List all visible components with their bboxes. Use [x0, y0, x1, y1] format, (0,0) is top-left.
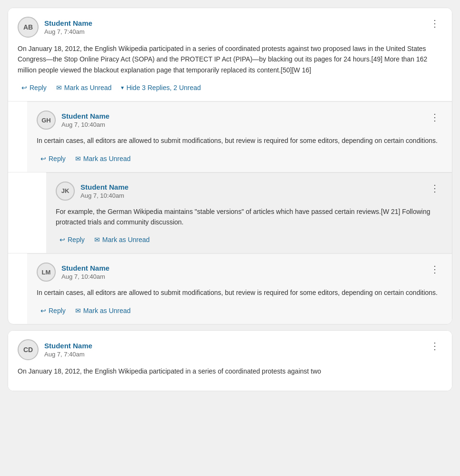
reply-icon: ↩: [40, 155, 46, 162]
reply-button[interactable]: ↩ Reply: [37, 305, 70, 316]
avatar: CD: [18, 339, 39, 360]
avatar: LM: [37, 263, 56, 282]
post-time: Aug 7, 7:40am: [44, 351, 92, 358]
avatar: JK: [56, 182, 75, 201]
post-actions: ↩ Reply ✉ Mark as Unread: [56, 234, 442, 245]
envelope-icon: ✉: [56, 84, 62, 91]
post-body: On January 18, 2012, the English Wikiped…: [18, 43, 442, 75]
mark-unread-button[interactable]: ✉ Mark as Unread: [71, 305, 135, 316]
post-header: GH Student Name Aug 7, 10:40am ⋮: [37, 111, 442, 130]
envelope-icon: ✉: [75, 307, 81, 314]
post-body: In certain cases, all editors are allowe…: [37, 287, 442, 298]
more-menu-button[interactable]: ⋮: [427, 17, 442, 30]
reply-button[interactable]: ↩ Reply: [37, 153, 70, 164]
reply-button[interactable]: ↩ Reply: [18, 82, 50, 93]
post-lm: LM Student Name Aug 7, 10:40am ⋮ In cert…: [27, 253, 452, 324]
post-body: For example, the German Wikipedia mainta…: [56, 206, 442, 228]
hide-replies-button[interactable]: ▾ Hide 3 Replies, 2 Unread: [117, 82, 204, 93]
thread-card-2: CD Student Name Aug 7, 7:40am ⋮ On Janua…: [8, 330, 452, 391]
post-body: On January 18, 2012, the English Wikiped…: [18, 366, 442, 376]
mark-unread-button[interactable]: ✉ Mark as Unread: [71, 153, 135, 164]
post-cd: CD Student Name Aug 7, 7:40am ⋮ On Janua…: [8, 331, 452, 391]
post-header: AB Student Name Aug 7, 7:40am ⋮: [18, 17, 442, 38]
mark-unread-button[interactable]: ✉ Mark as Unread: [52, 82, 116, 93]
post-time: Aug 7, 10:40am: [61, 121, 110, 128]
reply-button[interactable]: ↩ Reply: [56, 234, 89, 245]
chevron-down-icon: ▾: [121, 84, 124, 91]
avatar: AB: [18, 17, 39, 38]
mark-unread-button[interactable]: ✉ Mark as Unread: [90, 234, 154, 245]
more-menu-button[interactable]: ⋮: [427, 263, 442, 276]
post-actions: ↩ Reply ✉ Mark as Unread ▾ Hide 3 Replie…: [18, 82, 442, 93]
post-actions: ↩ Reply ✉ Mark as Unread: [37, 305, 442, 316]
post-header: CD Student Name Aug 7, 7:40am ⋮: [18, 339, 442, 360]
post-time: Aug 7, 10:40am: [80, 192, 129, 199]
post-actions: ↩ Reply ✉ Mark as Unread: [37, 153, 442, 164]
more-menu-button[interactable]: ⋮: [427, 339, 442, 353]
thread-card-1: AB Student Name Aug 7, 7:40am ⋮ On Janua…: [8, 8, 452, 324]
more-menu-button[interactable]: ⋮: [427, 111, 442, 124]
poster-name: Student Name: [61, 264, 110, 272]
reply-icon: ↩: [60, 236, 65, 243]
reply-icon: ↩: [21, 84, 27, 91]
envelope-icon: ✉: [75, 155, 81, 162]
envelope-icon: ✉: [94, 236, 100, 243]
post-header: JK Student Name Aug 7, 10:40am ⋮: [56, 182, 442, 201]
post-time: Aug 7, 7:40am: [44, 28, 92, 35]
post-gh: GH Student Name Aug 7, 10:40am ⋮ In cert…: [27, 101, 452, 172]
post-jk: JK Student Name Aug 7, 10:40am ⋮ For exa…: [46, 172, 452, 253]
post-ab: AB Student Name Aug 7, 7:40am ⋮ On Janua…: [8, 8, 452, 101]
poster-name: Student Name: [44, 19, 92, 27]
poster-name: Student Name: [44, 342, 92, 350]
post-time: Aug 7, 10:40am: [61, 273, 110, 280]
poster-name: Student Name: [80, 183, 129, 191]
post-body: In certain cases, all editors are allowe…: [37, 135, 442, 146]
more-menu-button[interactable]: ⋮: [427, 182, 442, 195]
poster-name: Student Name: [61, 112, 110, 120]
reply-icon: ↩: [40, 307, 46, 314]
avatar: GH: [37, 111, 56, 130]
post-header: LM Student Name Aug 7, 10:40am ⋮: [37, 263, 442, 282]
